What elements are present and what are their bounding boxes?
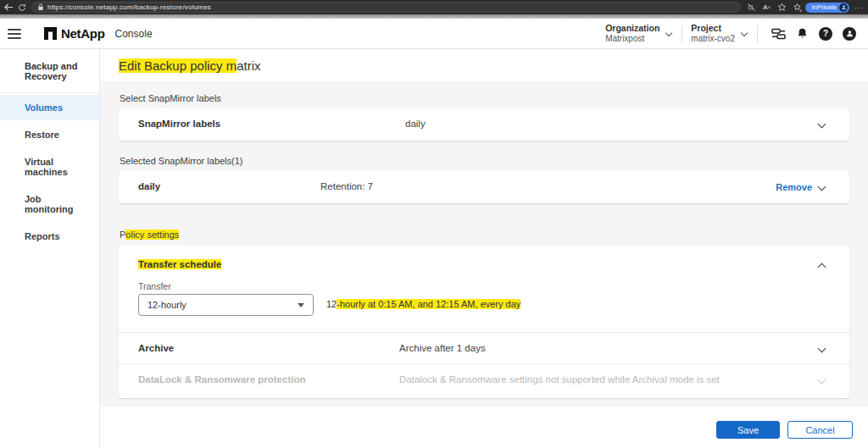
- project-value: matrix-cvo2: [691, 34, 735, 45]
- help-glyph: ?: [819, 27, 832, 41]
- organization-label: Organization: [605, 23, 659, 34]
- back-icon[interactable]: [2, 2, 15, 13]
- sidebar-item-reports[interactable]: Reports: [0, 224, 99, 249]
- schedule-description: 12-hourly at 0:15 AM, and 12:15 AM, ever…: [326, 299, 520, 309]
- divider: [119, 332, 849, 333]
- sidebar-section-title: Backup and Recovery: [0, 49, 99, 93]
- netapp-logo-mark: [44, 27, 57, 40]
- chevron-down-icon[interactable]: [817, 183, 827, 193]
- transfer-select[interactable]: 12-hourly: [138, 294, 314, 316]
- collections-icon[interactable]: [790, 2, 804, 13]
- chevron-down-icon: [665, 29, 672, 36]
- divider: [757, 25, 758, 42]
- profile-avatar-icon: [839, 3, 848, 12]
- divider: [119, 363, 849, 364]
- title-bar: Edit Backup policy matrix: [100, 49, 868, 81]
- transfer-label: Transfer: [138, 281, 171, 291]
- page-title-highlight: Edit Backup policy m: [119, 58, 236, 73]
- browser-window: https://console.netapp.com/backup-restor…: [0, 0, 868, 448]
- notifications-bell-icon[interactable]: [790, 22, 814, 46]
- project-label: Project: [691, 23, 735, 34]
- logo-text: NetApp: [61, 26, 105, 41]
- chevron-down-icon: [741, 29, 748, 36]
- menu-icon[interactable]: [8, 29, 21, 39]
- snapmirror-labels-label: SnapMirror labels: [138, 119, 220, 129]
- policy-settings-heading: Policy settings: [120, 230, 179, 240]
- selected-label-name: daily: [138, 181, 160, 191]
- chevron-up-icon[interactable]: [817, 261, 827, 271]
- selected-snapmirror-heading: Selected SnapMirror labels(1): [120, 156, 243, 166]
- select-snapmirror-heading: Select SnapMirror labels: [120, 93, 221, 103]
- inprivate-label: InPrivate: [811, 3, 837, 11]
- sidebar-item-restore[interactable]: Restore: [0, 122, 99, 147]
- project-selector[interactable]: Project matrix-cvo2: [682, 23, 757, 45]
- page-body: Backup and Recovery Volumes Restore Virt…: [0, 49, 868, 448]
- account-icon[interactable]: [837, 22, 861, 46]
- retention-value: Retention: 7: [320, 181, 373, 191]
- snapmirror-labels-card: SnapMirror labels daily: [119, 108, 849, 141]
- chevron-down-icon[interactable]: [817, 120, 827, 130]
- page-title-rest: atrix: [236, 58, 260, 73]
- lock-icon: [37, 3, 44, 11]
- header-right: Organization Matrixpost Project matrix-c…: [597, 19, 868, 48]
- netapp-logo: NetApp: [44, 26, 105, 41]
- policy-settings-card: Transfer schedule Transfer 12-hourly 12-…: [119, 246, 849, 398]
- caret-down-icon: [298, 303, 304, 307]
- browser-toolbar-right: A^ InPrivate ···: [744, 2, 868, 13]
- page-title: Edit Backup policy matrix: [119, 58, 261, 73]
- app-header: NetApp Console Organization Matrixpost P…: [0, 19, 868, 49]
- cancel-button[interactable]: Cancel: [787, 421, 853, 439]
- url-text: https://console.netapp.com/backup-restor…: [47, 3, 211, 11]
- read-aloud-off-icon[interactable]: [744, 2, 758, 13]
- organization-value: Matrixpost: [605, 34, 659, 45]
- sidebar-item-volumes[interactable]: Volumes: [0, 95, 99, 120]
- footer-actions: Save Cancel: [100, 407, 868, 448]
- browser-toolbar: https://console.netapp.com/backup-restor…: [0, 0, 868, 14]
- remove-button[interactable]: Remove: [776, 182, 812, 192]
- save-button[interactable]: Save: [716, 421, 780, 439]
- favorites-star-icon[interactable]: [775, 2, 788, 13]
- connector-icon[interactable]: [766, 22, 790, 46]
- refresh-icon[interactable]: [15, 2, 29, 13]
- selected-label-card: daily Retention: 7 Remove: [119, 171, 849, 203]
- archive-label: Archive: [138, 343, 174, 353]
- chevron-down-disabled-icon: [817, 376, 827, 386]
- datalock-message: Datalock & Ransomware settings not suppo…: [399, 374, 720, 384]
- inprivate-badge[interactable]: InPrivate: [805, 3, 849, 13]
- more-menu-icon[interactable]: ···: [851, 3, 868, 12]
- address-bar[interactable]: https://console.netapp.com/backup-restor…: [31, 2, 741, 13]
- sidebar: Backup and Recovery Volumes Restore Virt…: [0, 49, 100, 448]
- organization-selector[interactable]: Organization Matrixpost: [597, 23, 682, 45]
- archive-value: Archive after 1 days: [399, 343, 486, 353]
- datalock-label: DataLock & Ransomware protection: [138, 374, 305, 384]
- content-area: Select SnapMirror labels SnapMirror labe…: [100, 81, 868, 407]
- transfer-schedule-heading: Transfer schedule: [138, 259, 221, 269]
- snapmirror-labels-value: daily: [405, 119, 426, 129]
- main-area: Edit Backup policy matrix Select SnapMir…: [100, 49, 868, 448]
- text-size-icon[interactable]: A^: [760, 2, 773, 13]
- transfer-select-value: 12-hourly: [147, 300, 186, 310]
- chevron-down-icon[interactable]: [817, 345, 827, 355]
- sidebar-item-job-monitoring[interactable]: Job monitoring: [0, 186, 99, 222]
- help-icon[interactable]: ?: [814, 22, 837, 46]
- sidebar-item-virtual-machines[interactable]: Virtual machines: [0, 149, 99, 185]
- product-name: Console: [115, 28, 153, 40]
